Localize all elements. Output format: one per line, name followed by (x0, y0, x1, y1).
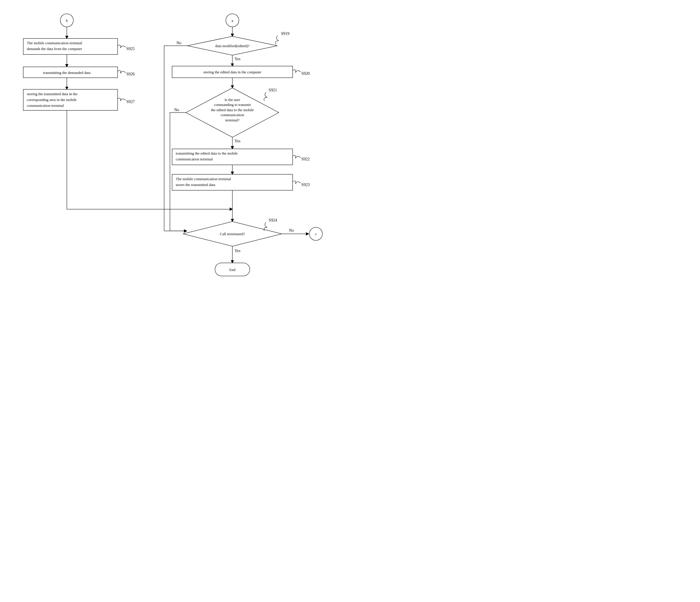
decision-data-modified-text: data modified(edited)? (216, 44, 250, 48)
s925-line2: demands the data from the computer (27, 47, 82, 51)
s923-line2: stores the transmitted data (176, 182, 216, 187)
step-label-s923: S923 (301, 182, 310, 187)
step-label-s926: S926 (126, 72, 135, 76)
d921-line4: communication (221, 112, 244, 117)
step-label-s920: S920 (301, 71, 310, 76)
s922-line2: communication terminal (176, 157, 213, 161)
d921-line1: Is the user (225, 98, 241, 102)
yes-label-3: Yes (234, 249, 241, 253)
process-transmit-demanded-text: transmitting the demanded data (43, 71, 91, 75)
step-label-s921: S921 (269, 88, 277, 92)
yes-label-1: Yes (234, 57, 241, 61)
no-label-1: No (176, 41, 181, 45)
s927-line1: storing the transmitted data in the (27, 92, 77, 96)
connector-b-label: b (66, 18, 68, 23)
step-label-s927: S927 (126, 100, 135, 104)
step-label-s919: S919 (281, 31, 290, 36)
step-label-s922: S922 (301, 157, 310, 161)
step-label-s924: S924 (269, 218, 277, 222)
step-label-s925: S925 (126, 47, 135, 51)
connector-a-label: a (231, 18, 233, 23)
s923-line1: The mobile communication terminal (176, 177, 231, 181)
no-label-3: No (289, 228, 294, 232)
d921-line2: commanding to transmit (214, 102, 251, 107)
d921-line5: terminal? (225, 118, 240, 122)
process-store-edited-text: storing the edited data in the computer (203, 70, 262, 74)
flowchart: a data modified(edited)? S919 No Yes sto… (6, 6, 355, 306)
terminator-end-text: End (229, 268, 235, 272)
s927-line2: corresponding area in the mobile (27, 98, 77, 102)
yes-label-2: Yes (234, 139, 241, 143)
connector-c-label: c (315, 232, 317, 236)
s927-line3: communication terminal (27, 103, 64, 108)
s925-line1: The mobile communication terminal (27, 41, 82, 45)
s922-line1: transmitting the edited data to the mobi… (176, 151, 238, 155)
no-label-2: No (174, 108, 179, 112)
decision-call-terminated-text: Call terminated? (220, 232, 245, 236)
d921-line3: the edited data to the mobile (211, 108, 254, 112)
